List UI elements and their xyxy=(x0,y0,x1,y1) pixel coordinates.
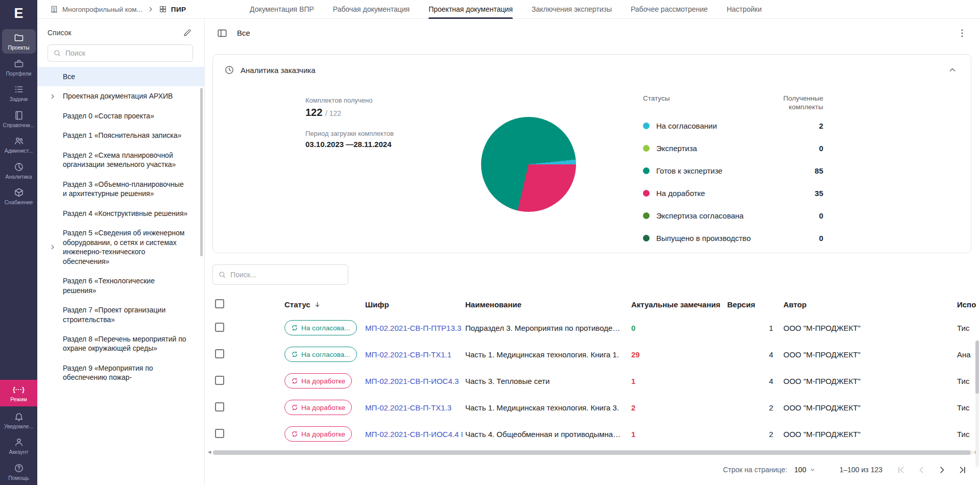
column-header-status[interactable]: Статус xyxy=(284,300,365,309)
version-number: 4 xyxy=(727,350,775,359)
remarks-count: 2 xyxy=(631,403,727,412)
column-header-version[interactable]: Версия xyxy=(727,300,775,309)
select-all-checkbox[interactable] xyxy=(215,299,224,308)
status-badge[interactable]: На согласова... xyxy=(284,320,357,335)
tree-item-section-3[interactable]: Раздел 3 «Объемно-планировочные и архите… xyxy=(37,175,204,204)
nav-item-label: Аккаунт xyxy=(9,449,28,455)
previous-page-button[interactable] xyxy=(916,465,927,475)
remarks-count: 1 xyxy=(631,377,727,385)
breadcrumb-section[interactable]: ПИР xyxy=(171,6,186,13)
nav-item-help[interactable]: Помощь xyxy=(2,459,36,484)
row-checkbox[interactable] xyxy=(215,429,224,438)
column-header-remarks[interactable]: Актуальные замечания xyxy=(631,300,727,309)
last-page-button[interactable] xyxy=(957,465,968,475)
main-content: Все Аналитика заказчика Комплектов получ… xyxy=(205,19,980,485)
tree-item-section-4[interactable]: Раздел 4 «Конструктивные решения» xyxy=(37,204,204,223)
nav-item-account[interactable]: Аккаунт xyxy=(2,433,36,458)
tab-vpr-documentation[interactable]: Документация ВПР xyxy=(250,0,314,19)
author-name: ООО "М-ПРОДЖЕКТ" xyxy=(775,350,952,359)
sort-desc-icon[interactable] xyxy=(314,301,321,308)
nav-item-tasks[interactable]: Задачи xyxy=(2,81,36,105)
nav-item-portfolios[interactable]: Портфели xyxy=(2,55,36,80)
tab-expertise-conclusions[interactable]: Заключения экспертизы xyxy=(532,0,612,19)
status-badge[interactable]: На согласова... xyxy=(284,347,357,362)
analytics-title: Аналитика заказчика xyxy=(241,66,316,75)
nav-item-notifications[interactable]: Уведомле... xyxy=(2,408,36,432)
document-name: Часть 1. Медицинская технология. Книга 3… xyxy=(465,403,631,412)
column-header-code[interactable]: Шифр xyxy=(365,300,465,309)
status-badge[interactable]: На доработке xyxy=(284,373,352,389)
more-options-button[interactable] xyxy=(955,27,969,40)
edit-list-button[interactable] xyxy=(182,27,193,38)
nav-item-supply[interactable]: Снабжение xyxy=(2,184,36,208)
left-navbar: E Проекты Портфели Задачи Справочни... А… xyxy=(0,0,37,485)
book-icon xyxy=(14,110,24,120)
horizontal-scroll-track[interactable] xyxy=(212,450,974,455)
clock-chart-icon xyxy=(14,162,24,172)
sidebar-title: Список xyxy=(47,29,71,37)
tab-settings[interactable]: Настройки xyxy=(727,0,762,19)
document-code-link[interactable]: МП-02.2021-СВ-П-ПТР13.3 xyxy=(365,324,461,332)
chevron-right-icon[interactable] xyxy=(49,243,57,251)
status-count: 0 xyxy=(819,144,823,153)
tree-item-section-9[interactable]: Раздел 9 «Мероприятия по обеспечению пож… xyxy=(37,358,204,387)
scroll-left-icon[interactable]: ◀ xyxy=(208,450,211,454)
column-header-executor[interactable]: Испо xyxy=(952,300,980,309)
author-name: ООО "М-ПРОДЖЕКТ" xyxy=(775,403,952,412)
document-code-link[interactable]: МП-02.2021-СВ-П-ТХ1.3 xyxy=(365,403,451,412)
sidebar-search-input[interactable] xyxy=(65,49,187,57)
status-dot xyxy=(643,212,650,219)
row-checkbox[interactable] xyxy=(215,323,224,332)
column-header-author[interactable]: Автор xyxy=(775,300,952,309)
tree-item-section-5[interactable]: Раздел 5 «Сведения об инженерном оборудо… xyxy=(37,223,204,271)
tree-item-section-0[interactable]: Раздел 0 «Состав проекта» xyxy=(37,106,204,126)
column-header-name[interactable]: Наименование xyxy=(465,300,631,309)
row-checkbox[interactable] xyxy=(215,376,224,385)
status-badge[interactable]: На доработке xyxy=(284,400,352,415)
first-page-button[interactable] xyxy=(896,465,906,475)
nav-item-admin[interactable]: Админист... xyxy=(2,132,36,157)
next-page-button[interactable] xyxy=(937,465,947,475)
horizontal-scroll-thumb[interactable] xyxy=(213,450,971,455)
tree-item-section-8[interactable]: Раздел 8 «Перечень мероприятий по охране… xyxy=(37,329,204,358)
tab-working-review[interactable]: Рабочее рассмотрение xyxy=(631,0,708,19)
tree-item-section-2[interactable]: Раздел 2 «Схема планировочной организаци… xyxy=(37,146,204,175)
tree-item-section-6[interactable]: Раздел 6 «Технологические решения» xyxy=(37,271,204,300)
status-dot xyxy=(643,123,650,129)
status-label: Готов к экспертизе xyxy=(656,166,723,175)
tree-item-archive[interactable]: Проектная документация АРХИВ xyxy=(37,86,204,106)
vertical-scrollbar[interactable] xyxy=(975,341,979,467)
nav-item-projects[interactable]: Проекты xyxy=(2,29,36,54)
sidebar-scrollbar[interactable] xyxy=(200,88,203,256)
row-checkbox[interactable] xyxy=(215,402,224,411)
breadcrumb-project[interactable]: Многопрофильный ком... xyxy=(62,6,142,13)
document-code-link[interactable]: МП-02.2021-СВ-П-ИОС4.3 xyxy=(365,377,459,385)
tasks-icon xyxy=(14,84,24,94)
document-code-link[interactable]: МП-02.2021-СВ-П-ТХ1.1 xyxy=(365,350,451,359)
nav-item-mode[interactable]: {···} Режим xyxy=(0,380,37,406)
tree-item-section-7[interactable]: Раздел 7 «Проект организации строительст… xyxy=(37,300,204,329)
document-code-link[interactable]: МП-02.2021-СВ-П-ИОС4.4 I xyxy=(365,430,463,439)
vertical-scroll-thumb[interactable] xyxy=(975,341,979,394)
nav-item-analytics[interactable]: Аналитика xyxy=(2,158,36,183)
clock-icon xyxy=(224,65,234,75)
tree-item-section-1[interactable]: Раздел 1 «Пояснительная записка» xyxy=(37,126,204,145)
tree-item-all[interactable]: Все xyxy=(37,67,204,86)
status-pie-chart[interactable] xyxy=(481,117,576,212)
nav-item-reference[interactable]: Справочни... xyxy=(2,107,36,131)
chevron-right-icon[interactable] xyxy=(49,92,57,101)
rows-per-page-select[interactable]: 100 xyxy=(794,466,816,474)
chevron-left-icon xyxy=(916,465,927,475)
pagination-bar: Строк на странице: 100 1–100 из 123 xyxy=(205,459,980,480)
nav-item-label: Админист... xyxy=(5,148,33,154)
row-checkbox[interactable] xyxy=(215,349,224,358)
table-search-input[interactable] xyxy=(230,271,343,279)
toggle-sidebar-button[interactable] xyxy=(216,27,229,40)
status-label: На доработке xyxy=(656,189,705,198)
status-badge[interactable]: На доработке xyxy=(284,426,352,442)
tab-working-documentation[interactable]: Рабочая документация xyxy=(333,0,410,19)
last-page-icon xyxy=(957,465,968,475)
document-name: Подраздел 3. Мероприятия по противодейст… xyxy=(465,324,631,332)
collapse-analytics-button[interactable] xyxy=(946,64,959,76)
tab-project-documentation[interactable]: Проектная документация xyxy=(428,0,513,19)
